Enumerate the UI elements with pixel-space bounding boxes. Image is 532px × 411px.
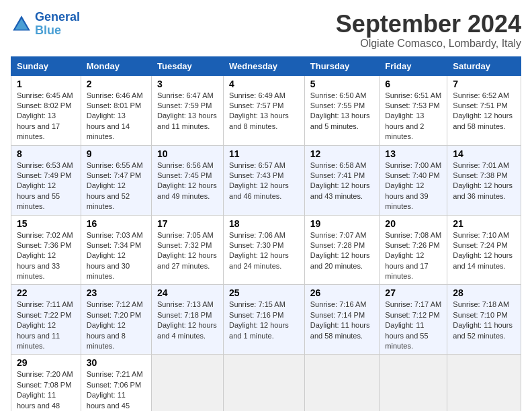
day-number: 9 [87,148,146,159]
header-sunday: Sunday [11,56,81,75]
day-info: Sunrise: 7:12 AM Sunset: 7:20 PM Dayligh… [87,300,146,351]
day-number: 4 [229,79,299,89]
day-number: 21 [453,218,515,229]
day-info: Sunrise: 7:11 AM Sunset: 7:22 PM Dayligh… [17,300,75,351]
day-number: 7 [453,79,515,89]
calendar-cell: 22 Sunrise: 7:11 AM Sunset: 7:22 PM Dayl… [11,285,81,355]
day-number: 15 [17,218,75,229]
day-info: Sunrise: 6:57 AM Sunset: 7:43 PM Dayligh… [229,161,299,202]
header-saturday: Saturday [447,56,521,75]
day-info: Sunrise: 7:08 AM Sunset: 7:26 PM Dayligh… [385,230,441,282]
calendar-cell [152,355,224,411]
day-number: 18 [229,218,299,229]
day-number: 10 [157,148,218,159]
calendar-cell: 7 Sunrise: 6:52 AM Sunset: 7:51 PM Dayli… [447,75,521,145]
day-number: 2 [87,79,146,89]
header-thursday: Thursday [304,56,380,75]
header-wednesday: Wednesday [224,56,305,75]
day-info: Sunrise: 7:05 AM Sunset: 7:32 PM Dayligh… [157,230,218,272]
day-info: Sunrise: 6:45 AM Sunset: 8:02 PM Dayligh… [17,91,75,142]
day-number: 3 [157,79,218,89]
calendar-cell: 29 Sunrise: 7:20 AM Sunset: 7:08 PM Dayl… [11,355,81,411]
day-number: 29 [17,357,75,368]
header-monday: Monday [81,56,151,75]
day-info: Sunrise: 7:01 AM Sunset: 7:38 PM Dayligh… [453,161,515,202]
day-number: 11 [229,148,299,159]
calendar-cell: 30 Sunrise: 7:21 AM Sunset: 7:06 PM Dayl… [81,355,151,411]
day-info: Sunrise: 7:00 AM Sunset: 7:40 PM Dayligh… [385,161,441,212]
calendar-cell: 14 Sunrise: 7:01 AM Sunset: 7:38 PM Dayl… [447,145,521,215]
day-info: Sunrise: 6:55 AM Sunset: 7:47 PM Dayligh… [87,161,146,212]
day-info: Sunrise: 7:06 AM Sunset: 7:30 PM Dayligh… [229,230,299,272]
calendar-cell: 6 Sunrise: 6:51 AM Sunset: 7:53 PM Dayli… [380,75,447,145]
day-number: 24 [157,287,218,298]
calendar-cell: 13 Sunrise: 7:00 AM Sunset: 7:40 PM Dayl… [380,145,447,215]
day-info: Sunrise: 7:20 AM Sunset: 7:08 PM Dayligh… [17,369,75,411]
calendar-cell: 4 Sunrise: 6:49 AM Sunset: 7:57 PM Dayli… [224,75,305,145]
day-info: Sunrise: 6:51 AM Sunset: 7:53 PM Dayligh… [385,91,441,142]
header-tuesday: Tuesday [152,56,224,75]
calendar-cell: 9 Sunrise: 6:55 AM Sunset: 7:47 PM Dayli… [81,145,151,215]
day-info: Sunrise: 6:49 AM Sunset: 7:57 PM Dayligh… [229,91,299,132]
calendar-cell: 24 Sunrise: 7:13 AM Sunset: 7:18 PM Dayl… [152,285,224,355]
day-info: Sunrise: 7:03 AM Sunset: 7:34 PM Dayligh… [87,230,146,282]
day-info: Sunrise: 7:07 AM Sunset: 7:28 PM Dayligh… [310,230,374,272]
calendar-week-2: 8 Sunrise: 6:53 AM Sunset: 7:49 PM Dayli… [11,145,521,215]
day-info: Sunrise: 7:16 AM Sunset: 7:14 PM Dayligh… [310,300,374,341]
day-number: 26 [310,287,374,298]
calendar-week-3: 15 Sunrise: 7:02 AM Sunset: 7:36 PM Dayl… [11,215,521,285]
day-number: 12 [310,148,374,159]
calendar-cell: 17 Sunrise: 7:05 AM Sunset: 7:32 PM Dayl… [152,215,224,285]
calendar-cell [304,355,380,411]
day-number: 25 [229,287,299,298]
calendar-cell: 23 Sunrise: 7:12 AM Sunset: 7:20 PM Dayl… [81,285,151,355]
day-info: Sunrise: 6:53 AM Sunset: 7:49 PM Dayligh… [17,161,75,212]
day-info: Sunrise: 7:15 AM Sunset: 7:16 PM Dayligh… [229,300,299,341]
calendar-cell: 27 Sunrise: 7:17 AM Sunset: 7:12 PM Dayl… [380,285,447,355]
calendar-header-row: Sunday Monday Tuesday Wednesday Thursday… [11,56,521,75]
day-number: 17 [157,218,218,229]
day-number: 14 [453,148,515,159]
day-number: 23 [87,287,146,298]
calendar-cell: 26 Sunrise: 7:16 AM Sunset: 7:14 PM Dayl… [304,285,380,355]
day-number: 20 [385,218,441,229]
day-info: Sunrise: 7:17 AM Sunset: 7:12 PM Dayligh… [385,300,441,351]
calendar-cell: 12 Sunrise: 6:58 AM Sunset: 7:41 PM Dayl… [304,145,380,215]
day-info: Sunrise: 7:18 AM Sunset: 7:10 PM Dayligh… [453,300,515,341]
day-number: 5 [310,79,374,89]
day-info: Sunrise: 6:52 AM Sunset: 7:51 PM Dayligh… [453,91,515,132]
day-info: Sunrise: 6:58 AM Sunset: 7:41 PM Dayligh… [310,161,374,202]
day-number: 16 [87,218,146,229]
day-number: 6 [385,79,441,89]
calendar-cell: 28 Sunrise: 7:18 AM Sunset: 7:10 PM Dayl… [447,285,521,355]
day-number: 22 [17,287,75,298]
calendar-cell: 11 Sunrise: 6:57 AM Sunset: 7:43 PM Dayl… [224,145,305,215]
location-title: Olgiate Comasco, Lombardy, Italy [336,38,521,50]
calendar-table: Sunday Monday Tuesday Wednesday Thursday… [11,56,521,411]
calendar-cell: 25 Sunrise: 7:15 AM Sunset: 7:16 PM Dayl… [224,285,305,355]
calendar-cell: 21 Sunrise: 7:10 AM Sunset: 7:24 PM Dayl… [447,215,521,285]
calendar-week-5: 29 Sunrise: 7:20 AM Sunset: 7:08 PM Dayl… [11,355,521,411]
calendar-week-1: 1 Sunrise: 6:45 AM Sunset: 8:02 PM Dayli… [11,75,521,145]
day-info: Sunrise: 7:13 AM Sunset: 7:18 PM Dayligh… [157,300,218,341]
day-number: 28 [453,287,515,298]
calendar-cell: 20 Sunrise: 7:08 AM Sunset: 7:26 PM Dayl… [380,215,447,285]
logo-icon [11,13,32,35]
calendar-cell [380,355,447,411]
logo-text: General Blue [35,11,80,38]
calendar-cell: 18 Sunrise: 7:06 AM Sunset: 7:30 PM Dayl… [224,215,305,285]
day-info: Sunrise: 6:46 AM Sunset: 8:01 PM Dayligh… [87,91,146,142]
calendar-cell: 5 Sunrise: 6:50 AM Sunset: 7:55 PM Dayli… [304,75,380,145]
calendar-cell: 19 Sunrise: 7:07 AM Sunset: 7:28 PM Dayl… [304,215,380,285]
calendar-cell [447,355,521,411]
day-info: Sunrise: 7:02 AM Sunset: 7:36 PM Dayligh… [17,230,75,282]
calendar-cell: 16 Sunrise: 7:03 AM Sunset: 7:34 PM Dayl… [81,215,151,285]
month-title: September 2024 [336,11,521,38]
day-number: 27 [385,287,441,298]
day-info: Sunrise: 7:21 AM Sunset: 7:06 PM Dayligh… [87,369,146,411]
day-info: Sunrise: 7:10 AM Sunset: 7:24 PM Dayligh… [453,230,515,272]
day-info: Sunrise: 6:50 AM Sunset: 7:55 PM Dayligh… [310,91,374,132]
calendar-cell [224,355,305,411]
calendar-cell: 3 Sunrise: 6:47 AM Sunset: 7:59 PM Dayli… [152,75,224,145]
calendar-cell: 8 Sunrise: 6:53 AM Sunset: 7:49 PM Dayli… [11,145,81,215]
